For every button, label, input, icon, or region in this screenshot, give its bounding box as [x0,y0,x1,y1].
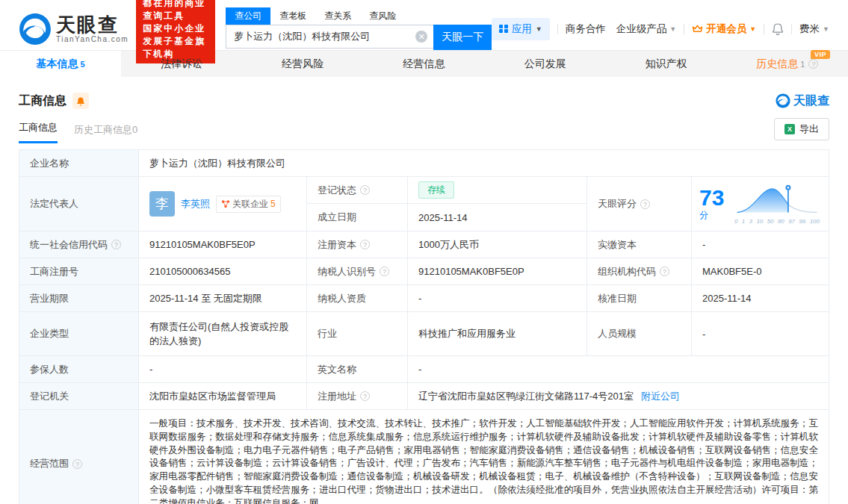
field-label: 登记机关 [19,383,139,409]
field-label: 企业类型 [19,312,139,355]
tianyancha-watermark-icon [776,93,790,108]
main-content: 工商信息 天眼查 工商信息 历史工商信息0 X 导出 企业名称 萝卜运力（沈阳）… [0,93,848,504]
top-nav: 应用 ▼ 商务合作 企业级产品 ▼ 开通会员 ▼ 费米 ▼ [492,18,829,40]
tab-operating-risk[interactable]: 经营风险 [242,51,363,77]
help-icon[interactable]: ? [360,391,370,401]
help-icon[interactable]: ? [640,199,650,209]
score-unit: 分 [699,210,708,220]
search-input[interactable] [226,25,433,49]
table-row: 企业类型 有限责任公司(自然人投资或控股的法人独资) 行业 科技推广和应用服务业… [19,312,829,356]
help-icon[interactable]: ? [808,59,818,69]
help-icon[interactable]: ? [660,267,669,276]
username: 费米 [799,22,820,36]
score-value: 73 [699,185,724,210]
search-tab-relation[interactable]: 查关系 [315,7,360,25]
tab-count: 1 [800,60,805,69]
help-icon[interactable]: ? [72,459,82,469]
table-row: 企业名称 萝卜运力（沈阳）科技有限公司 [19,150,829,177]
search-button[interactable]: 天眼一下 [433,25,492,50]
status-badge: 存续 [418,181,454,199]
tab-label: 法律诉讼 [161,57,202,71]
reg-authority-value: 沈阳市皇姑区市场监督管理局 [139,383,307,409]
tab-label: 公司发展 [524,57,566,71]
nav-enterprise[interactable]: 企业级产品 ▼ [616,22,676,36]
tianyancha-logo-icon[interactable] [19,13,52,46]
nav-apps[interactable]: 应用 ▼ [492,18,549,40]
field-label: 成立日期 [307,204,408,231]
chevron-down-icon: ▼ [823,25,829,33]
tab-count: 5 [81,60,85,69]
network-icon [221,199,230,208]
search-tab-company[interactable]: 查公司 [226,7,270,25]
nav-open-vip[interactable]: 开通会员 ▼ [692,22,756,36]
help-icon[interactable]: ? [360,185,370,195]
field-label: 经营范围? [19,410,139,504]
avatar[interactable]: 李 [149,191,175,217]
legal-rep-link[interactable]: 李英照 [181,197,210,211]
tab-legal-litigation[interactable]: 法律诉讼 [121,51,242,77]
tab-label: 知识产权 [646,57,687,71]
tianyancha-logo[interactable]: 天眼查 TianYanCha.com [56,14,129,43]
tab-label: 历史信息 [756,57,798,71]
company-name-value: 萝卜运力（沈阳）科技有限公司 [139,150,829,176]
search-tab-boss[interactable]: 查老板 [270,7,315,25]
field-label: 纳税人识别号? [307,258,408,284]
tianyancha-watermark: 天眼查 [776,93,829,109]
subtab-history-registration[interactable]: 历史工商信息0 [74,123,137,143]
help-icon[interactable]: ? [111,240,121,249]
section-title: 工商信息 [19,93,66,109]
score-axis: 0131050809799100 [733,218,821,225]
reg-capital-value: 1000万人民币 [408,231,587,258]
tab-intellectual-property[interactable]: 知识产权 [606,51,727,77]
table-row: 参保人数 - 英文名称 - [19,356,829,383]
legal-rep-cell: 李 李英照 关联企业 5 [139,177,307,231]
related-companies-badge[interactable]: 关联企业 5 [216,196,281,213]
tab-basic-info[interactable]: 基本信息 5 [0,51,121,77]
field-label: 行业 [307,312,408,355]
field-label: 组织机构代码? [587,258,692,284]
subtab-business-registration[interactable]: 工商信息 [19,121,58,143]
notifications-bell-icon[interactable] [772,22,784,35]
tab-business-info[interactable]: 经营信息 [363,51,484,77]
help-icon[interactable]: ? [360,240,370,249]
tab-label: 基本信息 [37,57,78,71]
establish-date-value: 2025-11-14 [408,204,587,231]
field-label: 人员规模 [587,312,692,355]
nav-cooperation[interactable]: 商务合作 [566,22,606,36]
help-icon[interactable]: ? [380,267,389,276]
nearby-companies-link[interactable]: 附近公司 [641,390,680,403]
export-button[interactable]: X 导出 [774,118,829,140]
field-label: 法定代表人 [19,177,139,231]
field-label: 实缴资本 [587,231,692,258]
slogan-line1: 都在用的商业查询工具 [143,0,208,22]
table-row: 统一社会信用代码? 91210105MAK0BF5E0P 注册资本? 1000万… [19,231,829,258]
search-area: 查公司 查老板 查关系 查风险 ✕ 天眼一下 [226,7,492,50]
nav-user-menu[interactable]: 费米 ▼ [799,22,829,36]
tab-history-info[interactable]: VIP 历史信息 1 ? [727,51,848,77]
field-label: 统一社会信用代码? [19,231,139,258]
score-distribution-chart: 0131050809799100 [733,184,821,225]
taxpayer-id-value: 91210105MAK0BF5E0P [408,258,587,284]
logo-subtitle: TianYanCha.com [56,35,129,43]
apps-grid-icon [499,25,508,34]
logo-title: 天眼查 [56,14,129,35]
excel-icon: X [784,124,795,134]
search-tab-risk[interactable]: 查风险 [360,7,405,25]
related-count: 5 [270,199,276,209]
top-header: 天眼查 TianYanCha.com 都在用的商业查询工具 国家中小企业发展子基… [0,0,848,51]
field-label: 注册地址? [307,383,408,409]
tab-company-development[interactable]: 公司发展 [485,51,606,77]
field-label: 参保人数 [19,356,139,382]
staff-size-value: - [692,312,829,355]
subscribe-bell-icon[interactable] [72,93,89,109]
divider [684,24,684,34]
divider [791,24,792,34]
field-label: 企业名称 [19,150,139,176]
nav-enterprise-label: 企业级产品 [616,22,667,36]
score-cell[interactable]: 73分 0131050809799100 [692,177,829,231]
table-row: 经营范围? 一般项目：技术服务、技术开发、技术咨询、技术交流、技术转让、技术推广… [19,410,829,504]
paid-capital-value: - [692,231,829,258]
approval-date-value: 2025-11-14 [692,285,829,311]
table-row: 法定代表人 李 李英照 关联企业 5 登记状态? 存续 成立日期 2025-11… [19,177,829,231]
industry-value: 科技推广和应用服务业 [408,312,587,355]
